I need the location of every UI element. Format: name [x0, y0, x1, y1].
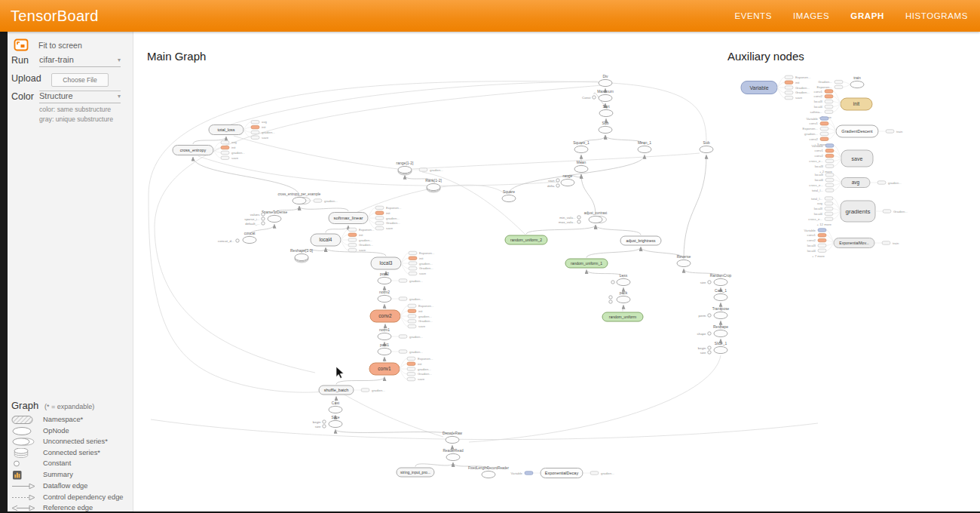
legend-item-opnode: OpNode: [11, 426, 130, 437]
svg-text:norm2: norm2: [379, 290, 390, 294]
svg-text:Sub: Sub: [703, 140, 710, 145]
svg-text:Gradien...: Gradien...: [386, 221, 400, 225]
run-select[interactable]: cifar-train ▾: [39, 55, 121, 67]
svg-text:Slice: Slice: [332, 415, 340, 419]
svg-text:Variable: Variable: [812, 144, 824, 148]
svg-text:Exponen...: Exponen...: [418, 304, 434, 308]
svg-text:init: init: [418, 309, 423, 313]
legend-item-control-edge: Control dependency edge: [11, 493, 130, 503]
svg-text:Exponen...: Exponen...: [418, 357, 433, 361]
svg-text:init: init: [262, 125, 266, 129]
svg-text:begin: begin: [698, 346, 706, 350]
color-label: Color: [11, 91, 34, 102]
svg-text:conv2: conv2: [815, 154, 824, 158]
main-graph-title: Main Graph: [147, 50, 206, 63]
svg-text:Cast_1: Cast_1: [715, 288, 727, 293]
svg-text:Reshape[1-3]: Reshape[1-3]: [290, 248, 314, 253]
svg-text:FixedLengthRecordReader: FixedLengthRecordReader: [468, 466, 510, 470]
tab-graph[interactable]: GRAPH: [850, 11, 884, 20]
svg-text:avg: avg: [262, 120, 268, 124]
chevron-down-icon: ▾: [118, 57, 121, 63]
svg-text:sparse_i...: sparse_i...: [244, 217, 259, 221]
svg-text:size: size: [315, 425, 321, 429]
svg-text:RandomCrop: RandomCrop: [710, 274, 732, 278]
svg-text:local3: local3: [380, 260, 393, 266]
svg-text:Maximum: Maximum: [597, 89, 614, 94]
svg-text:save: save: [418, 324, 426, 328]
svg-text:gradien...: gradien...: [804, 132, 818, 136]
svg-text:gradien...: gradien...: [409, 335, 423, 339]
svg-text:concat_d...: concat_d...: [218, 239, 234, 243]
svg-text:Variable: Variable: [807, 117, 819, 121]
svg-text:Square_1: Square_1: [573, 140, 590, 145]
svg-text:gradien...: gradien...: [409, 350, 423, 354]
choose-file-button[interactable]: Choose File: [51, 73, 108, 87]
svg-text:GradientDescent: GradientDescent: [841, 129, 873, 134]
svg-text:save: save: [359, 248, 366, 252]
left-edge-strip: [0, 32, 8, 513]
svg-text:perm: perm: [698, 314, 706, 318]
svg-text:random_uniform_1: random_uniform_1: [571, 261, 602, 266]
svg-text:Less: Less: [620, 273, 628, 278]
svg-text:start: start: [548, 179, 555, 183]
top-nav: EVENTS IMAGES GRAPH HISTOGRAMS: [734, 11, 968, 20]
svg-text:min_valu...: min_valu...: [559, 216, 575, 220]
svg-text:delta: delta: [547, 184, 555, 188]
svg-text:Cast: Cast: [332, 401, 340, 405]
run-label: Run: [11, 55, 29, 66]
svg-text:init: init: [359, 233, 363, 237]
svg-text:begin: begin: [313, 420, 321, 424]
svg-text:total_l...: total_l...: [811, 197, 822, 201]
svg-text:gradien...: gradien...: [418, 315, 432, 318]
legend-item-constant: Constant: [11, 459, 130, 469]
svg-text:init: init: [386, 211, 390, 215]
svg-text:max_valu...: max_valu...: [559, 220, 575, 224]
legend-item-summary: Summary: [11, 470, 130, 481]
color-select[interactable]: Structure ▾: [39, 91, 121, 103]
svg-text:Exponen...: Exponen...: [359, 228, 375, 232]
svg-text:adjust_contrast: adjust_contrast: [584, 211, 608, 215]
svg-text:values: values: [250, 213, 260, 217]
svg-text:Gradien...: Gradien...: [795, 86, 810, 90]
svg-text:+ 7 more: + 7 more: [812, 254, 825, 258]
svg-text:ReaderRead: ReaderRead: [443, 449, 464, 453]
svg-text:shape: shape: [697, 332, 707, 336]
svg-text:Div: Div: [602, 74, 608, 78]
mouse-cursor: [336, 367, 344, 379]
svg-text:gradien...: gradien...: [430, 168, 443, 172]
app-header: TensorBoard EVENTS IMAGES GRAPH HISTOGRA…: [0, 0, 980, 32]
svg-text:Gradien...: Gradien...: [795, 91, 810, 94]
svg-text:Square: Square: [503, 189, 515, 194]
svg-text:random_uniform: random_uniform: [609, 315, 636, 319]
svg-text:save: save: [231, 156, 239, 160]
svg-text:init: init: [231, 146, 236, 149]
tab-histograms[interactable]: HISTOGRAMS: [905, 11, 968, 20]
svg-text:local3: local3: [815, 164, 824, 168]
legend-subtitle: (* = expandable): [44, 403, 94, 410]
svg-text:conv1: conv1: [378, 366, 391, 371]
svg-text:local4: local4: [815, 178, 824, 182]
svg-text:random_uniform_2: random_uniform_2: [510, 238, 542, 242]
svg-text:Exponen...: Exponen...: [795, 75, 811, 79]
svg-text:gradien...: gradien...: [409, 279, 423, 283]
svg-text:Gradien...: Gradien...: [359, 243, 373, 247]
fit-to-screen-icon[interactable]: [14, 38, 29, 51]
svg-text:gradien...: gradien...: [601, 472, 614, 475]
svg-text:save: save: [852, 156, 863, 161]
upload-label: Upload: [11, 73, 41, 84]
svg-text:Exponen...: Exponen...: [419, 251, 435, 255]
svg-text:local3: local3: [814, 100, 823, 103]
graph-svg[interactable]: DivConstMaximumSqrtSubSquare_1Mean_1SubM…: [0, 0, 980, 513]
tab-images[interactable]: IMAGES: [793, 11, 829, 20]
svg-text:local4: local4: [814, 212, 823, 216]
svg-text:ExponentialMov...: ExponentialMov...: [839, 241, 868, 245]
svg-text:conv1: conv1: [815, 149, 824, 152]
color-select-value: Structure: [39, 91, 73, 100]
tab-events[interactable]: EVENTS: [734, 11, 772, 20]
svg-text:cross_entropy: cross_entropy: [180, 148, 207, 152]
svg-text:conv2: conv2: [378, 313, 392, 318]
svg-text:gradien...: gradien...: [409, 297, 423, 301]
svg-text:gradien...: gradien...: [359, 238, 372, 242]
svg-text:train: train: [893, 241, 899, 245]
svg-text:save: save: [418, 377, 425, 381]
